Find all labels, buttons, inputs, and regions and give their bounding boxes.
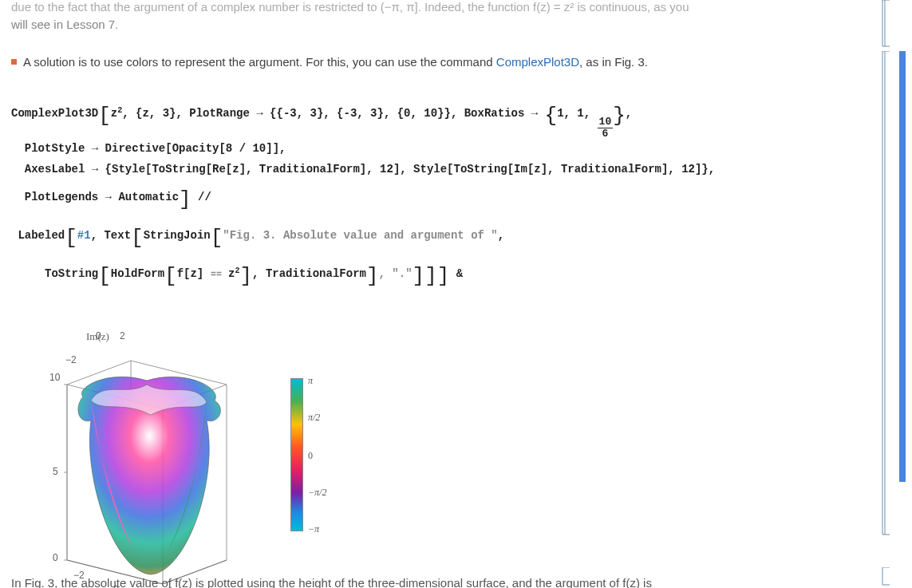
code-l2: PlotStyle → Directive[Opacity[8 / 10]], xyxy=(11,142,286,155)
code-dot: , "." xyxy=(379,267,413,280)
frac-num: 10 xyxy=(598,116,614,128)
code-l6e: z xyxy=(222,267,235,280)
code-slot: #1 xyxy=(77,229,91,242)
output-graphic[interactable]: Im(z) 2 0 −2 10 5 0 −2 0 2 Re(z) xyxy=(11,330,886,588)
code-cell[interactable]: ComplexPlot3D[z2, {z, 3}, PlotRange → {{… xyxy=(11,76,886,316)
lg-pi2: π/2 xyxy=(308,412,320,424)
code-part1: , {z, 3}, PlotRange → {{-3, 3}, {-3, 3},… xyxy=(122,107,544,120)
code-l6c: f[z] xyxy=(177,267,211,280)
bullet-icon xyxy=(11,59,17,65)
scrollbar-thumb[interactable] xyxy=(899,51,906,482)
bullet-text-a: A solution is to use colors to represent… xyxy=(23,55,496,69)
code-l6f: , TraditionalForm xyxy=(252,267,366,280)
frac-den: 6 xyxy=(602,128,608,140)
tick-y0: 0 xyxy=(96,330,101,341)
cut-text-line1: due to the fact that the argument of a c… xyxy=(11,0,886,16)
code-amp: & xyxy=(449,267,463,280)
bullet-text-b: , as in Fig. 3. xyxy=(579,55,648,69)
cell-bracket-bottom[interactable] xyxy=(882,567,893,586)
code-z: z xyxy=(111,107,117,120)
tick-y2: 2 xyxy=(120,330,125,341)
code-l4b: // xyxy=(191,191,211,203)
code-l6a: ToString xyxy=(11,267,98,280)
code-string: "Fig. 3. Absolute value and argument of … xyxy=(223,229,497,242)
bullet-paragraph: A solution is to use colors to represent… xyxy=(11,53,886,72)
code-l6b: HoldForm xyxy=(111,267,164,280)
code-l3: AxesLabel → {Style[ToString[Re[z], Tradi… xyxy=(11,163,715,176)
code-l5d: StringJoin xyxy=(144,229,211,242)
lg-npi: −π xyxy=(308,523,319,535)
code-comma: , xyxy=(626,107,632,120)
lg-0: 0 xyxy=(308,450,313,462)
lg-npi2: −π/2 xyxy=(308,487,326,499)
lg-pi: π xyxy=(308,375,313,387)
cut-text-line2: will see in Lesson 7. xyxy=(11,16,886,34)
code-fn: ComplexPlot3D xyxy=(11,107,98,120)
plot3d-svg xyxy=(59,353,235,584)
complexplot3d-link[interactable]: ComplexPlot3D xyxy=(496,55,579,69)
code-l4: PlotLegends → Automatic xyxy=(11,191,179,203)
code-eq: ⩵ xyxy=(211,267,222,280)
code-l5c: , Text xyxy=(91,229,131,242)
cell-bracket-top[interactable] xyxy=(882,0,893,49)
scrollbar[interactable] xyxy=(893,0,907,588)
tick-z5: 5 xyxy=(53,466,58,477)
code-l5f: , xyxy=(498,229,504,242)
bottom-paragraph: In Fig. 3, the absolute value of f(z) is… xyxy=(11,576,652,588)
notebook-content: due to the fact that the argument of a c… xyxy=(11,0,886,588)
tick-z0: 0 xyxy=(53,552,58,563)
code-ratios: 1, 1, xyxy=(557,107,597,120)
plot-legend: π π/2 0 −π/2 −π xyxy=(290,378,354,546)
legend-bar xyxy=(290,378,303,531)
cell-bracket-main[interactable] xyxy=(882,51,893,538)
code-l5a: Labeled xyxy=(11,229,65,242)
